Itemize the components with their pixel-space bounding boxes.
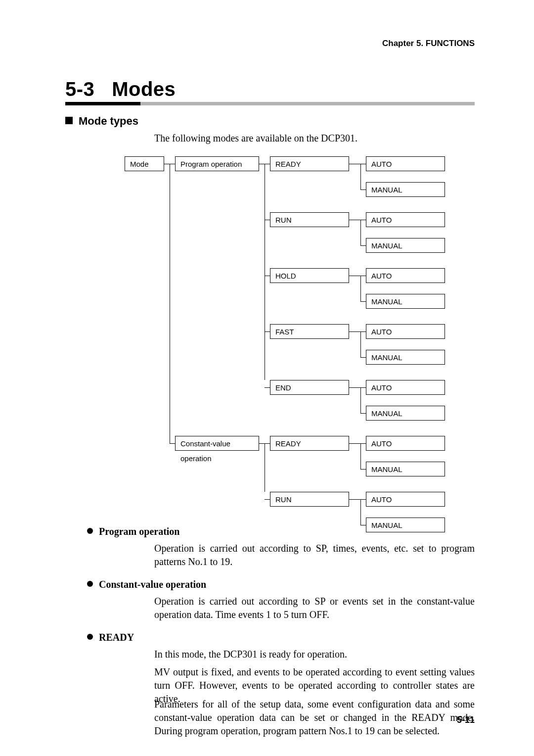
bullet-icon bbox=[87, 634, 93, 640]
tree-line bbox=[349, 220, 355, 220]
tree-line bbox=[360, 331, 361, 357]
tree-line bbox=[265, 276, 270, 276]
tree-line bbox=[360, 220, 361, 245]
bullet-icon bbox=[87, 581, 93, 587]
tree-line bbox=[265, 387, 270, 388]
tree-line bbox=[360, 301, 366, 302]
state-box: RUN bbox=[270, 492, 349, 507]
tree-line bbox=[360, 276, 366, 276]
tree-line bbox=[259, 164, 265, 164]
tree-line bbox=[349, 331, 355, 332]
ready-heading: READY bbox=[87, 632, 134, 643]
section-rule-gray bbox=[140, 102, 475, 105]
tree-line bbox=[355, 276, 360, 276]
mode-root-box: Mode bbox=[125, 156, 164, 171]
const-op-text: Operation is carried out according to SP… bbox=[154, 595, 475, 621]
tree-line bbox=[360, 220, 366, 220]
section-name: Modes bbox=[112, 78, 176, 100]
tree-line bbox=[265, 164, 265, 380]
ready-p1: In this mode, the DCP301 is ready for op… bbox=[154, 648, 475, 661]
leaf-auto: AUTO bbox=[366, 212, 445, 227]
prog-op-heading: Program operation bbox=[87, 526, 180, 537]
tree-line bbox=[360, 276, 361, 301]
ready-title: READY bbox=[99, 632, 134, 643]
tree-line bbox=[265, 331, 270, 332]
tree-line bbox=[349, 387, 355, 388]
tree-line bbox=[360, 189, 366, 190]
constant-operation-box: Constant-value operation bbox=[175, 436, 259, 451]
tree-line bbox=[360, 164, 366, 164]
state-box: END bbox=[270, 380, 349, 395]
tree-line bbox=[355, 387, 360, 388]
leaf-manual: MANUAL bbox=[366, 518, 445, 532]
tree-line bbox=[360, 443, 366, 444]
const-op-heading: Constant-value operation bbox=[87, 579, 206, 590]
leaf-auto: AUTO bbox=[366, 380, 445, 395]
tree-line bbox=[355, 499, 360, 500]
tree-line bbox=[360, 245, 366, 246]
state-box: RUN bbox=[270, 212, 349, 227]
state-box: READY bbox=[270, 436, 349, 451]
leaf-auto: AUTO bbox=[366, 492, 445, 507]
mode-types-heading: Mode types bbox=[65, 115, 138, 128]
prog-op-text: Operation is carried out according to SP… bbox=[154, 542, 475, 568]
leaf-auto: AUTO bbox=[366, 436, 445, 451]
ready-p3: Parameters for all of the setup data, so… bbox=[154, 698, 475, 738]
tree-line bbox=[360, 525, 366, 525]
tree-line bbox=[265, 164, 270, 164]
tree-line bbox=[355, 331, 360, 332]
tree-line bbox=[170, 164, 175, 164]
leaf-manual: MANUAL bbox=[366, 462, 445, 476]
tree-line bbox=[349, 276, 355, 276]
section-number: 5-3 bbox=[65, 78, 94, 100]
tree-line bbox=[360, 387, 361, 413]
mode-types-heading-label: Mode types bbox=[79, 115, 138, 127]
leaf-manual: MANUAL bbox=[366, 406, 445, 421]
tree-line bbox=[259, 443, 265, 444]
tree-line bbox=[360, 413, 366, 414]
const-op-title: Constant-value operation bbox=[99, 579, 206, 590]
chapter-header: Chapter 5. FUNCTIONS bbox=[382, 39, 475, 48]
leaf-auto: AUTO bbox=[366, 156, 445, 171]
tree-line bbox=[360, 357, 366, 358]
page: Chapter 5. FUNCTIONS 5-3 Modes Mode type… bbox=[0, 0, 534, 756]
tree-line bbox=[360, 387, 366, 388]
tree-line bbox=[360, 164, 361, 189]
tree-line bbox=[360, 469, 366, 470]
prog-op-title: Program operation bbox=[99, 526, 180, 537]
tree-line bbox=[170, 443, 175, 444]
tree-line bbox=[170, 164, 170, 443]
tree-line bbox=[355, 443, 360, 444]
mode-tree-diagram: Mode Program operation Constant-value op… bbox=[65, 156, 475, 529]
section-rule-accent bbox=[65, 102, 140, 105]
tree-line bbox=[349, 443, 355, 444]
program-operation-box: Program operation bbox=[175, 156, 259, 171]
tree-line bbox=[164, 164, 170, 164]
tree-line bbox=[360, 443, 361, 469]
tree-line bbox=[360, 499, 366, 500]
mode-types-intro: The following modes are available on the… bbox=[154, 133, 357, 144]
tree-line bbox=[360, 499, 361, 525]
section-title: 5-3 Modes bbox=[65, 78, 176, 100]
leaf-auto: AUTO bbox=[366, 324, 445, 339]
leaf-manual: MANUAL bbox=[366, 350, 445, 365]
bullet-icon bbox=[87, 528, 93, 534]
tree-line bbox=[265, 220, 270, 220]
tree-line bbox=[349, 499, 355, 500]
state-box: HOLD bbox=[270, 268, 349, 283]
leaf-manual: MANUAL bbox=[366, 182, 445, 197]
tree-line bbox=[265, 499, 270, 500]
state-box: READY bbox=[270, 156, 349, 171]
tree-line bbox=[265, 443, 270, 444]
tree-line bbox=[349, 164, 355, 164]
leaf-manual: MANUAL bbox=[366, 294, 445, 309]
tree-line bbox=[265, 443, 265, 492]
section-rule bbox=[65, 102, 475, 111]
square-bullet-icon bbox=[65, 117, 73, 124]
tree-line bbox=[355, 164, 360, 164]
page-number: 5-11 bbox=[457, 715, 475, 725]
tree-line bbox=[360, 331, 366, 332]
leaf-manual: MANUAL bbox=[366, 238, 445, 253]
leaf-auto: AUTO bbox=[366, 268, 445, 283]
tree-line bbox=[355, 220, 360, 220]
